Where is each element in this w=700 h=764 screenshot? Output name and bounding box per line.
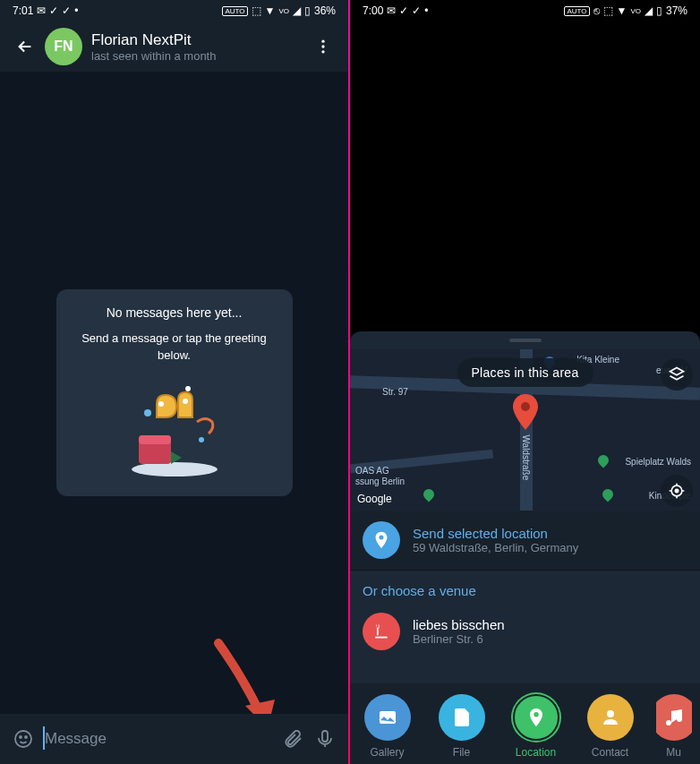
dimmed-background[interactable]	[350, 21, 700, 344]
check-icon: ✓	[399, 4, 408, 17]
empty-title: No messages here yet...	[74, 305, 275, 320]
dot-icon: •	[424, 4, 428, 17]
avatar-initials: FN	[54, 39, 73, 55]
contact-icon	[587, 694, 634, 741]
attach-label: File	[453, 746, 470, 759]
location-picker-screen: 7:00 ✉ ✓ ✓ • AUTO ⎋ ⬚ ▼ VO ◢ ▯ 37% Str. …	[350, 0, 700, 764]
contact-status: last seen within a month	[91, 49, 303, 63]
vibrate-icon: ⬚	[603, 4, 613, 17]
greeting-sticker[interactable]	[112, 373, 237, 480]
status-bar: 7:01 ✉ ✓ ✓ • AUTO ⬚ ▼ VO ◢ ▯ 36%	[0, 0, 348, 21]
status-bar: 7:00 ✉ ✓ ✓ • AUTO ⎋ ⬚ ▼ VO ◢ ▯ 37%	[350, 0, 700, 21]
map-poi-label: ssung Berlin	[355, 476, 405, 486]
map-layers-button[interactable]	[661, 358, 693, 391]
contact-avatar[interactable]: FN	[45, 28, 82, 65]
mic-button[interactable]	[309, 723, 341, 755]
svg-point-3	[132, 462, 218, 476]
svg-point-2	[321, 50, 324, 53]
svg-point-12	[20, 736, 21, 738]
empty-subtitle: Send a message or tap the greeting below…	[74, 330, 275, 363]
attach-gallery[interactable]: Gallery	[359, 694, 416, 759]
battery-icon: ▯	[656, 4, 662, 17]
attach-button[interactable]	[277, 723, 309, 755]
auto-icon: AUTO	[222, 6, 247, 16]
venue-section-header: Or choose a venue	[350, 571, 700, 605]
back-button[interactable]	[5, 27, 45, 66]
map-poi-marker[interactable]	[593, 451, 614, 471]
attach-contact[interactable]: Contact	[582, 694, 639, 759]
places-chip[interactable]: Places in this area	[457, 358, 593, 387]
check-icon: ✓	[62, 4, 71, 17]
battery-pct: 36%	[314, 4, 336, 17]
mail-icon: ✉	[387, 4, 396, 17]
venue-icon	[363, 613, 400, 650]
svg-point-8	[144, 409, 151, 416]
send-location-button[interactable]: Send selected location 59 Waldstraße, Be…	[350, 511, 700, 571]
status-time: 7:01	[13, 4, 33, 17]
map-poi-marker[interactable]	[598, 485, 619, 505]
location-icon	[513, 694, 559, 741]
map-poi-marker[interactable]	[419, 485, 440, 505]
status-time: 7:00	[363, 4, 383, 17]
map-street-label: Str. 97	[382, 387, 408, 397]
location-bottom-sheet: Str. 97 Kita Kleine euer eV OAS AG ssung…	[350, 331, 700, 764]
emoji-button[interactable]	[7, 723, 39, 755]
map-view[interactable]: Str. 97 Kita Kleine euer eV OAS AG ssung…	[350, 349, 700, 511]
my-location-button[interactable]	[661, 475, 693, 507]
svg-point-1	[321, 45, 324, 47]
contact-info[interactable]: Florian NextPit last seen within a month	[91, 31, 303, 63]
chat-header: FN Florian NextPit last seen within a mo…	[0, 21, 348, 72]
svg-point-7	[183, 399, 188, 404]
svg-point-10	[185, 386, 191, 391]
file-icon	[439, 694, 485, 741]
attach-label: Gallery	[370, 746, 404, 759]
attach-file[interactable]: File	[433, 694, 491, 759]
chat-screen: 7:01 ✉ ✓ ✓ • AUTO ⬚ ▼ VO ◢ ▯ 36% FN Flor…	[0, 0, 348, 764]
location-pin-icon	[363, 521, 400, 559]
venue-name: liebes bisschen	[413, 617, 505, 632]
check-icon: ✓	[49, 4, 58, 17]
attach-label: Contact	[592, 746, 628, 759]
empty-state-card[interactable]: No messages here yet... Send a message o…	[56, 289, 293, 495]
auto-icon: AUTO	[564, 6, 589, 16]
svg-rect-14	[322, 731, 328, 742]
venue-item[interactable]: liebes bisschen Berliner Str. 6	[350, 605, 700, 657]
wifi-icon: ▼	[265, 4, 276, 17]
contact-name: Florian NextPit	[91, 31, 303, 49]
svg-point-17	[675, 489, 678, 492]
check-icon: ✓	[412, 4, 421, 17]
map-poi-label: Spielplatz Walds	[625, 457, 691, 467]
svg-point-6	[158, 401, 164, 407]
music-icon	[656, 694, 692, 741]
attachment-type-bar: Gallery File Location Contact Mu	[350, 683, 700, 764]
svg-point-19	[607, 710, 614, 717]
map-center-pin[interactable]	[513, 394, 538, 434]
chat-body: No messages here yet... Send a message o…	[0, 72, 348, 714]
send-location-title: Send selected location	[413, 526, 687, 541]
map-road-label: Waldstraße	[521, 435, 531, 481]
attach-location[interactable]: Location	[508, 694, 565, 759]
map-attribution: Google	[357, 493, 392, 505]
battery-pct: 37%	[666, 4, 687, 17]
send-location-address: 59 Waldstraße, Berlin, Germany	[413, 541, 687, 554]
battery-icon: ▯	[304, 4, 311, 17]
attach-music[interactable]: Mu	[656, 694, 692, 759]
sheet-handle[interactable]	[509, 339, 542, 342]
text-cursor	[43, 726, 45, 750]
dot-icon: •	[74, 4, 78, 17]
signal-icon: ◢	[645, 4, 653, 17]
map-poi-label: OAS AG	[355, 466, 389, 476]
more-button[interactable]	[303, 27, 343, 66]
venue-address: Berliner Str. 6	[413, 632, 505, 646]
svg-point-11	[15, 731, 31, 747]
svg-point-0	[321, 40, 324, 43]
location-icon: ⎋	[593, 4, 600, 17]
vowifi-icon: VO	[630, 7, 641, 15]
svg-point-13	[25, 736, 27, 738]
signal-icon: ◢	[293, 4, 301, 17]
vowifi-icon: VO	[278, 7, 289, 15]
message-input[interactable]	[39, 730, 277, 748]
attach-label: Location	[516, 746, 556, 759]
message-input-bar	[0, 714, 348, 764]
attach-label: Mu	[666, 746, 681, 759]
